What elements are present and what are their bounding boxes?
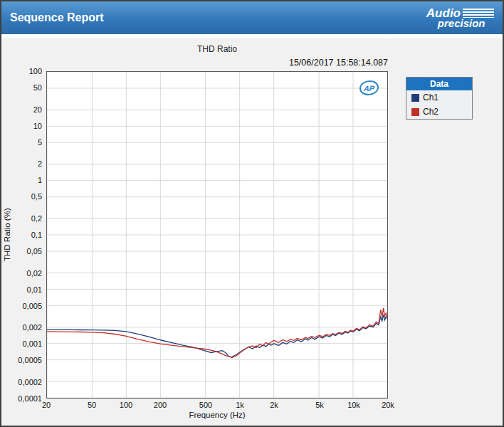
ch2-color-swatch xyxy=(411,108,419,116)
x-axis-tick-labels: 20501002005001k2k5k10k20k xyxy=(46,401,388,411)
y-tick-label: 10 xyxy=(33,122,42,130)
y-tick-label: 0,0005 xyxy=(18,356,42,364)
x-tick-label: 20k xyxy=(374,401,402,409)
y-tick-label: 20 xyxy=(33,105,42,114)
y-tick-label: 0,0002 xyxy=(18,378,42,386)
x-tick-label: 2k xyxy=(260,401,288,409)
y-tick-label: 50 xyxy=(33,83,42,92)
y-tick-label: 100 xyxy=(29,67,42,75)
legend-body: Ch1 Ch2 xyxy=(406,90,472,119)
x-tick-label: 50 xyxy=(78,401,106,409)
sequence-report-window: Sequence Report Audio precision THD Rati… xyxy=(0,0,504,427)
x-axis-title: Frequency (Hz) xyxy=(46,411,388,419)
ap-logo-text: AP xyxy=(363,84,375,93)
y-tick-label: 0,01 xyxy=(27,285,42,294)
audio-precision-logo: Audio precision xyxy=(426,7,494,28)
plot-area[interactable]: AP xyxy=(46,71,388,399)
legend-item-ch2[interactable]: Ch2 xyxy=(406,105,472,119)
report-header: Sequence Report Audio precision xyxy=(1,1,503,34)
y-tick-label: 1 xyxy=(38,176,42,184)
y-tick-label: 0,05 xyxy=(27,247,42,255)
legend-item-ch1[interactable]: Ch1 xyxy=(406,90,472,105)
x-tick-label: 100 xyxy=(112,401,140,409)
x-tick-label: 500 xyxy=(191,401,220,409)
y-tick-label: 0,001 xyxy=(22,339,42,348)
legend-item-label: Ch1 xyxy=(423,93,439,102)
x-tick-label: 10k xyxy=(340,401,368,409)
legend-panel: Data Ch1 Ch2 xyxy=(406,77,473,120)
y-tick-label: 2 xyxy=(38,159,42,168)
legend-item-label: Ch2 xyxy=(423,107,439,117)
page-title: Sequence Report xyxy=(10,11,104,24)
y-tick-label: 0,005 xyxy=(22,302,42,310)
header-divider xyxy=(1,34,503,38)
legend-title: Data xyxy=(406,78,472,90)
ch1-color-swatch xyxy=(411,94,419,102)
chart-title: THD Ratio xyxy=(46,44,388,54)
y-tick-label: 0,02 xyxy=(27,269,42,278)
y-axis-tick-labels: 1005020105210,50,20,10,050,020,010,0050,… xyxy=(1,71,43,400)
timestamp: 15/06/2017 15:58:14.087 xyxy=(46,58,388,68)
y-tick-label: 5 xyxy=(38,138,42,147)
x-tick-label: 1k xyxy=(226,401,254,409)
plot-svg[interactable] xyxy=(47,72,387,398)
y-tick-label: 0,5 xyxy=(31,192,42,201)
y-tick-label: 0,2 xyxy=(31,214,42,223)
x-tick-label: 5k xyxy=(305,401,334,409)
y-tick-label: 0,1 xyxy=(31,231,42,239)
x-tick-label: 20 xyxy=(32,401,61,409)
x-tick-label: 200 xyxy=(146,401,174,409)
y-tick-label: 0,002 xyxy=(22,323,42,332)
